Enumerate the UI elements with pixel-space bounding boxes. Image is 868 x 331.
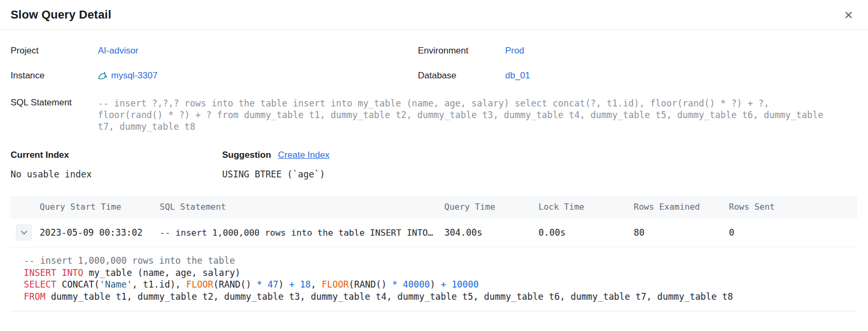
- create-index-link[interactable]: Create Index: [278, 150, 330, 160]
- close-icon: ✕: [844, 9, 853, 21]
- col-sql-statement: SQL Statement: [160, 202, 444, 212]
- current-index-label: Current Index: [11, 150, 222, 160]
- cell-sql-statement: -- insert 1,000,000 rows into the table …: [160, 228, 444, 238]
- current-index-value: No usable index: [11, 169, 222, 180]
- chevron-down-icon: [21, 230, 28, 235]
- environment-link[interactable]: Prod: [505, 46, 524, 56]
- cell-query-start-time: 2023-05-09 00:33:02: [40, 227, 160, 238]
- sql-statement-label: SQL Statement: [11, 97, 98, 108]
- instance-link[interactable]: mysql-3307: [111, 70, 158, 81]
- suggestion-label: Suggestion: [222, 150, 271, 160]
- sql-statement-value: -- insert ?,?,? rows into the table inse…: [98, 97, 857, 132]
- project-link[interactable]: AI-advisor: [98, 46, 139, 56]
- project-label: Project: [11, 46, 98, 56]
- close-button[interactable]: ✕: [843, 8, 854, 22]
- expand-toggle-button[interactable]: [16, 225, 32, 240]
- info-section: Project AI-advisor Environment Prod Inst…: [0, 30, 868, 132]
- cell-rows-sent: 0: [729, 227, 857, 238]
- modal-header: Slow Query Detail ✕: [0, 0, 868, 30]
- database-link[interactable]: db_01: [505, 70, 530, 80]
- mysql-icon: [98, 71, 108, 80]
- cell-query-time: 304.00s: [444, 227, 538, 238]
- col-rows-sent: Rows Sent: [729, 202, 857, 212]
- instance-label: Instance: [11, 70, 98, 81]
- col-rows-examined: Rows Examined: [634, 202, 729, 212]
- cell-lock-time: 0.00s: [538, 227, 634, 238]
- cell-rows-examined: 80: [634, 227, 729, 238]
- suggestion-value: USING BTREE (`age`): [222, 169, 857, 180]
- col-query-start-time: Query Start Time: [40, 202, 160, 212]
- table-row: 2023-05-09 00:33:02 -- insert 1,000,000 …: [11, 218, 857, 247]
- slow-query-table: Query Start Time SQL Statement Query Tim…: [11, 196, 857, 311]
- environment-label: Environment: [418, 46, 505, 56]
- table-header-row: Query Start Time SQL Statement Query Tim…: [11, 196, 857, 218]
- database-label: Database: [418, 70, 505, 81]
- col-lock-time: Lock Time: [538, 202, 634, 212]
- index-section: Current Index Suggestion Create Index No…: [0, 150, 868, 180]
- col-query-time: Query Time: [444, 202, 538, 212]
- expanded-sql-panel: -- insert 1,000,000 rows into the tableI…: [11, 247, 857, 311]
- page-title: Slow Query Detail: [11, 8, 111, 22]
- slow-query-detail-modal: Slow Query Detail ✕ Project AI-advisor E…: [0, 0, 868, 311]
